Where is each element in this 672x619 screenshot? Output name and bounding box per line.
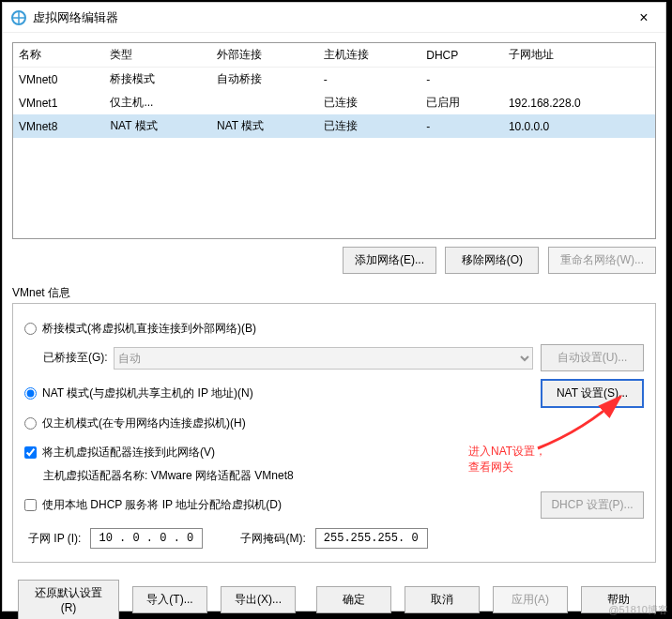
table-row-selected[interactable]: VMnet8 NAT 模式 NAT 模式 已连接 - 10.0.0.0 — [13, 114, 655, 138]
restore-defaults-button[interactable]: 还原默认设置(R) — [18, 580, 119, 619]
close-button[interactable]: × — [630, 9, 658, 26]
bridged-to-label: 已桥接至(G): — [43, 350, 108, 366]
adapter-name-label: 主机虚拟适配器名称: — [43, 468, 147, 484]
export-button[interactable]: 导出(X)... — [221, 586, 296, 613]
cancel-button[interactable]: 取消 — [405, 586, 480, 613]
connect-adapter-checkbox[interactable] — [24, 446, 37, 459]
apply-button: 应用(A) — [493, 586, 568, 613]
watermark: @51810博客 — [608, 603, 668, 617]
dhcp-settings-button: DHCP 设置(P)... — [541, 491, 644, 519]
import-button[interactable]: 导入(T)... — [132, 586, 207, 613]
app-icon — [10, 9, 27, 26]
auto-settings-button: 自动设置(U)... — [541, 344, 644, 371]
network-table[interactable]: 名称 类型 外部连接 主机连接 DHCP 子网地址 VMnet0 桥接模式 自动… — [12, 42, 656, 239]
bridged-to-select: 自动 — [114, 347, 533, 370]
connect-adapter-label: 将主机虚拟适配器连接到此网络(V) — [42, 445, 215, 460]
vmnet-info-label: VMnet 信息 — [12, 285, 656, 301]
ok-button[interactable]: 确定 — [316, 586, 391, 613]
vmnet-info-panel: 桥接模式(将虚拟机直接连接到外部网络)(B) 已桥接至(G): 自动 自动设置(… — [12, 303, 656, 563]
col-name[interactable]: 名称 — [13, 43, 104, 68]
adapter-name-value: VMware 网络适配器 VMnet8 — [151, 468, 294, 484]
subnet-mask-label: 子网掩码(M): — [240, 531, 305, 547]
nat-label: NAT 模式(与虚拟机共享主机的 IP 地址)(N) — [42, 385, 253, 401]
bridge-radio[interactable] — [24, 323, 37, 335]
nat-radio[interactable] — [24, 387, 37, 400]
hostonly-radio[interactable] — [24, 417, 37, 430]
use-dhcp-label: 使用本地 DHCP 服务将 IP 地址分配给虚拟机(D) — [42, 497, 282, 513]
table-row[interactable]: VMnet1 仅主机... 已连接 已启用 192.168.228.0 — [13, 91, 655, 114]
add-network-button[interactable]: 添加网络(E)... — [343, 247, 436, 274]
bridge-label: 桥接模式(将虚拟机直接连接到外部网络)(B) — [42, 321, 256, 337]
subnet-ip-input[interactable]: 10 . 0 . 0 . 0 — [90, 528, 203, 549]
subnet-mask-input[interactable]: 255.255.255. 0 — [315, 528, 428, 549]
rename-network-button: 重命名网络(W)... — [548, 247, 656, 274]
col-subnet[interactable]: 子网地址 — [503, 43, 655, 68]
remove-network-button[interactable]: 移除网络(O) — [445, 247, 539, 274]
use-dhcp-checkbox[interactable] — [24, 499, 37, 511]
hostonly-label: 仅主机模式(在专用网络内连接虚拟机)(H) — [42, 415, 246, 431]
nat-settings-button[interactable]: NAT 设置(S)... — [541, 379, 644, 408]
subnet-ip-label: 子网 IP (I): — [28, 531, 81, 547]
col-host[interactable]: 主机连接 — [318, 43, 421, 68]
table-row[interactable]: VMnet0 桥接模式 自动桥接 - - — [13, 68, 655, 92]
col-dhcp[interactable]: DHCP — [420, 43, 503, 68]
col-type[interactable]: 类型 — [104, 43, 211, 68]
col-ext[interactable]: 外部连接 — [211, 43, 318, 68]
window-title: 虚拟网络编辑器 — [33, 9, 630, 26]
